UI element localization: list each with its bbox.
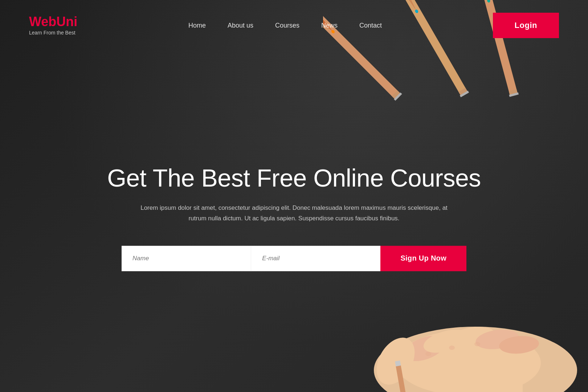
logo-tagline: Learn From the Best [29,30,77,36]
nav-link-news[interactable]: News [321,22,338,29]
logo-web: Web [29,14,56,29]
svg-point-35 [425,352,431,356]
hero-title: Get The Best Free Online Courses [94,164,494,192]
navbar: WebUni Learn From the Best Home About us… [0,0,588,51]
nav-link-home[interactable]: Home [188,22,206,29]
logo-uni: Uni [56,14,77,29]
signup-form: Sign Up Now [122,246,466,271]
hero-section: WebUni Learn From the Best Home About us… [0,0,588,392]
nav-item-about[interactable]: About us [228,22,253,29]
nav-item-courses[interactable]: Courses [275,22,299,29]
nav-item-news[interactable]: News [321,22,338,29]
signup-button[interactable]: Sign Up Now [380,246,466,271]
hero-content: Get The Best Free Online Courses Lorem i… [94,164,494,271]
svg-point-36 [449,346,455,350]
login-button[interactable]: Login [493,13,559,38]
logo-brand: WebUni [29,15,77,28]
nav-link-courses[interactable]: Courses [275,22,299,29]
svg-point-37 [474,342,480,346]
nav-item-home[interactable]: Home [188,22,206,29]
nav-link-about[interactable]: About us [228,22,253,29]
logo[interactable]: WebUni Learn From the Best [29,15,77,36]
nav-link-contact[interactable]: Contact [359,22,382,29]
nav-item-contact[interactable]: Contact [359,22,382,29]
hero-subtitle: Lorem ipsum dolor sit amet, consectetur … [140,203,448,224]
email-input[interactable] [251,246,380,271]
svg-rect-34 [450,377,523,392]
nav-links: Home About us Courses News Contact [188,22,382,29]
svg-rect-30 [395,360,401,366]
name-input[interactable] [122,246,251,271]
